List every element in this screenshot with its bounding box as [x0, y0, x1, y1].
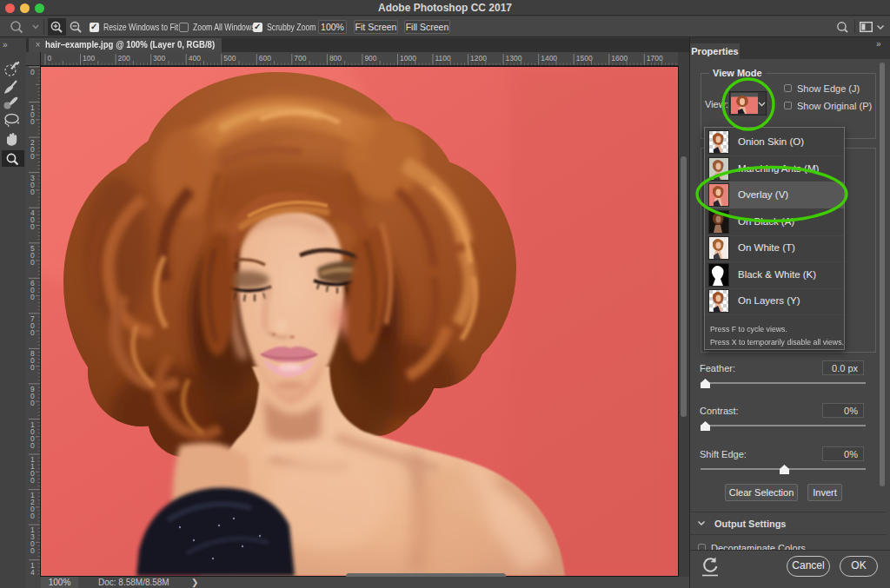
svg-text:0: 0 — [30, 293, 35, 301]
svg-text:1500: 1500 — [576, 54, 593, 63]
svg-text:0: 0 — [30, 117, 35, 126]
svg-text:0: 0 — [30, 399, 35, 407]
svg-text:0: 0 — [30, 441, 35, 450]
svg-text:300: 300 — [153, 54, 165, 63]
svg-text:0: 0 — [30, 512, 35, 520]
svg-text:200: 200 — [118, 54, 130, 63]
svg-text:1600: 1600 — [611, 54, 628, 63]
svg-text:400: 400 — [189, 54, 201, 63]
svg-text:600: 600 — [259, 54, 271, 63]
svg-text:1300: 1300 — [506, 54, 522, 63]
svg-text:1100: 1100 — [435, 54, 452, 63]
svg-text:100: 100 — [83, 54, 95, 63]
svg-text:0: 0 — [30, 68, 35, 76]
svg-text:1200: 1200 — [470, 54, 487, 63]
svg-text:1400: 1400 — [541, 54, 557, 63]
svg-text:1700: 1700 — [647, 54, 663, 63]
svg-text:1000: 1000 — [400, 54, 416, 63]
svg-text:0: 0 — [30, 152, 35, 161]
svg-text:0: 0 — [30, 546, 35, 555]
svg-text:0: 0 — [30, 328, 35, 337]
svg-text:0: 0 — [30, 476, 35, 485]
svg-text:700: 700 — [294, 54, 306, 63]
svg-text:0: 0 — [30, 188, 35, 196]
svg-text:800: 800 — [329, 54, 342, 63]
svg-text:500: 500 — [223, 54, 236, 63]
svg-text:0: 0 — [30, 363, 35, 372]
svg-text:900: 900 — [364, 54, 376, 63]
svg-text:0: 0 — [30, 258, 35, 267]
svg-text:0: 0 — [30, 222, 35, 231]
svg-text:0: 0 — [48, 54, 52, 63]
